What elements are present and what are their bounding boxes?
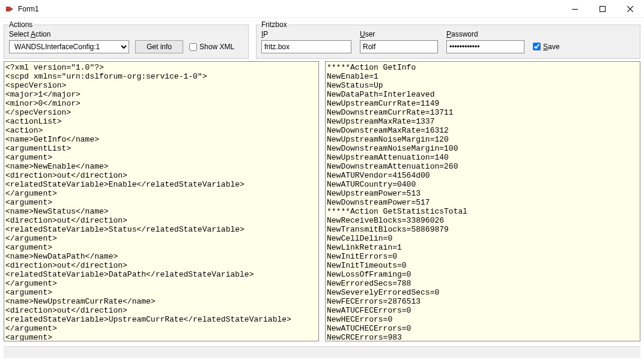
app-icon xyxy=(5,4,14,14)
show-xml-checkbox-input[interactable] xyxy=(189,43,197,51)
maximize-button[interactable] xyxy=(589,0,616,18)
title-bar: Form1 xyxy=(0,0,644,18)
user-label: User xyxy=(360,30,438,38)
result-textarea[interactable] xyxy=(326,62,640,341)
status-strip xyxy=(4,346,640,358)
xml-textarea[interactable] xyxy=(4,62,318,341)
text-panes-row xyxy=(4,61,640,341)
right-pane xyxy=(325,61,640,341)
get-info-button[interactable]: Get info xyxy=(135,40,183,53)
actions-group: Actions Select Action WANDSLInterfaceCon… xyxy=(4,20,249,59)
left-pane xyxy=(4,61,319,341)
close-button[interactable] xyxy=(616,0,644,18)
ip-label: IP xyxy=(261,30,351,38)
ip-input[interactable] xyxy=(261,40,351,53)
fritzbox-group: Fritzbox IP User Password Save xyxy=(256,20,640,59)
actions-group-title: Actions xyxy=(8,20,34,29)
svg-rect-1 xyxy=(600,6,606,11)
user-input[interactable] xyxy=(360,40,438,53)
ip-field: IP xyxy=(261,30,351,53)
password-input[interactable] xyxy=(446,40,524,53)
svg-rect-0 xyxy=(572,9,578,10)
save-checkbox-input[interactable] xyxy=(533,43,541,50)
save-checkbox[interactable]: Save xyxy=(533,43,559,51)
password-label: Password xyxy=(446,30,524,38)
client-area: Actions Select Action WANDSLInterfaceCon… xyxy=(0,18,644,363)
window-buttons xyxy=(561,0,644,18)
fritzbox-group-title: Fritzbox xyxy=(260,20,288,29)
select-action-label: Select Action xyxy=(9,30,243,38)
action-select[interactable]: WANDSLInterfaceConfig:1 xyxy=(9,40,129,53)
minimize-button[interactable] xyxy=(561,0,589,18)
user-field: User xyxy=(360,30,438,53)
show-xml-checkbox[interactable]: Show XML xyxy=(189,43,234,51)
window-title: Form1 xyxy=(18,5,39,13)
top-controls-row: Actions Select Action WANDSLInterfaceCon… xyxy=(4,20,640,59)
password-field: Password xyxy=(446,30,524,53)
